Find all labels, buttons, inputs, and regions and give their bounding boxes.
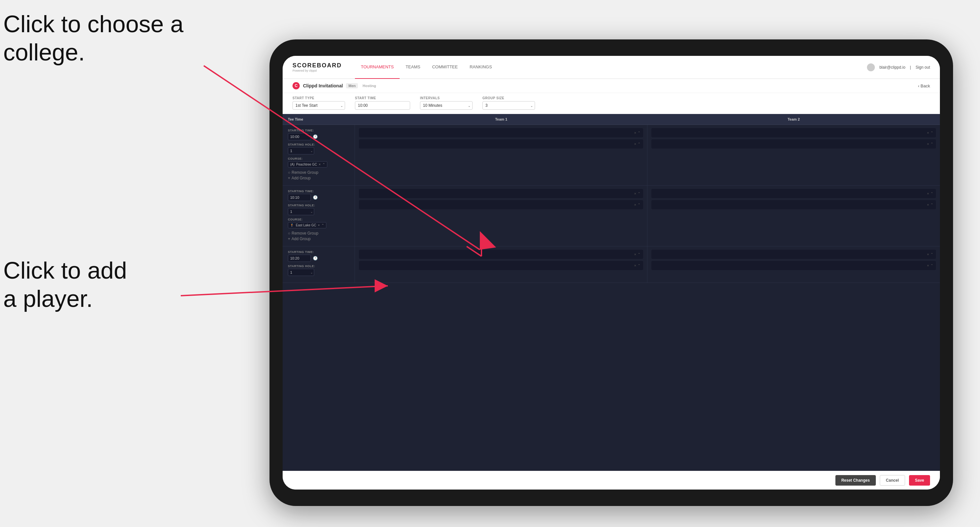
starting-time-input-2[interactable] xyxy=(288,194,311,201)
remove-group-2[interactable]: ○ Remove Group xyxy=(288,231,349,236)
slot-icons-5-2: × ⌃ xyxy=(634,264,641,268)
nav-tab-tournaments[interactable]: TOURNAMENTS xyxy=(355,56,399,79)
slot-x-7[interactable]: × xyxy=(927,192,929,196)
slot-chevron-11[interactable]: ⌃ xyxy=(931,252,933,257)
starting-hole-label-3: STARTING HOLE: xyxy=(288,265,349,268)
nav-tab-teams[interactable]: TEAMS xyxy=(399,56,426,79)
starting-hole-select-1[interactable]: 1 xyxy=(288,147,314,154)
course-tag-2[interactable]: 🏌 East Lake GC × ⌃ xyxy=(288,222,326,229)
save-button[interactable]: Save xyxy=(909,475,930,486)
annotation-bottom: Click to add a player. xyxy=(3,256,127,313)
intervals-select-wrapper[interactable]: 10 Minutes xyxy=(420,101,473,110)
course-label-2: COURSE: xyxy=(288,218,349,221)
slot-chevron-7[interactable]: ⌃ xyxy=(931,192,933,196)
logo-sub: Powered by clippd xyxy=(293,69,342,72)
player-slot-2-1[interactable]: × ⌃ xyxy=(651,128,936,137)
slot-chevron-2[interactable]: ⌃ xyxy=(638,142,641,146)
player-slot-5-1[interactable]: × ⌃ xyxy=(359,250,643,259)
slot-icons-6-2: × ⌃ xyxy=(927,264,933,268)
sign-out-link[interactable]: Sign out xyxy=(916,65,930,70)
slot-x-3[interactable]: × xyxy=(927,131,929,135)
slot-chevron-3[interactable]: ⌃ xyxy=(931,131,933,135)
tournament-gender: Men xyxy=(346,83,358,88)
slot-chevron-6[interactable]: ⌃ xyxy=(638,203,641,207)
player-slot-6-2[interactable]: × ⌃ xyxy=(651,261,936,270)
player-slot-3-1[interactable]: × ⌃ xyxy=(359,189,643,198)
player-slot-5-2[interactable]: × ⌃ xyxy=(359,261,643,270)
nav-tab-committee[interactable]: COMMITTEE xyxy=(426,56,464,79)
group-size-select-wrapper[interactable]: 3 xyxy=(482,101,535,110)
slot-chevron-5[interactable]: ⌃ xyxy=(638,192,641,196)
start-type-select-wrapper[interactable]: 1st Tee Start xyxy=(293,101,345,110)
slot-x-12[interactable]: × xyxy=(927,264,929,268)
start-type-select[interactable]: 1st Tee Start xyxy=(293,101,345,110)
main-content: Tee Time Team 1 Team 2 STARTING TIME: 🕐 … xyxy=(283,114,940,471)
slot-chevron-10[interactable]: ⌃ xyxy=(638,264,641,268)
starting-hole-select-wrapper-1[interactable]: 1 xyxy=(288,147,314,154)
course-edit-2[interactable]: ⌃ xyxy=(321,224,324,227)
add-group-1[interactable]: + Add Group xyxy=(288,176,349,180)
cancel-button[interactable]: Cancel xyxy=(880,475,905,486)
course-remove-2[interactable]: × xyxy=(318,224,320,227)
remove-group-1[interactable]: ○ Remove Group xyxy=(288,170,349,175)
slot-icons-2-1: × ⌃ xyxy=(927,131,933,135)
user-email: blair@clippd.io xyxy=(880,65,905,70)
player-slot-4-2[interactable]: × ⌃ xyxy=(651,200,936,209)
starting-hole-select-wrapper-2[interactable]: 1 xyxy=(288,208,314,215)
player-slot-1-1[interactable]: × ⌃ xyxy=(359,128,643,137)
settings-row: Start Type 1st Tee Start Start Time Inte… xyxy=(283,93,940,114)
player-slot-1-2[interactable]: × ⌃ xyxy=(359,139,643,149)
slot-x-5[interactable]: × xyxy=(634,192,636,196)
tee-left-panel-1: STARTING TIME: 🕐 STARTING HOLE: 1 COUR xyxy=(283,125,355,185)
slot-chevron-4[interactable]: ⌃ xyxy=(931,142,933,146)
player-slot-2-2[interactable]: × ⌃ xyxy=(651,139,936,149)
player-slot-4-1[interactable]: × ⌃ xyxy=(651,189,936,198)
remove-group-icon-2: ○ xyxy=(288,231,290,236)
add-group-2[interactable]: + Add Group xyxy=(288,237,349,241)
slot-x-4[interactable]: × xyxy=(927,142,929,146)
intervals-select[interactable]: 10 Minutes xyxy=(420,101,473,110)
slot-x-6[interactable]: × xyxy=(634,203,636,207)
action-links-2: ○ Remove Group + Add Group xyxy=(288,231,349,241)
starting-time-field-1: 🕐 xyxy=(288,133,349,140)
player-slot-6-1[interactable]: × ⌃ xyxy=(651,250,936,259)
course-tag-1[interactable]: (A) Peachtree GC × ⌃ xyxy=(288,161,327,168)
slot-chevron-8[interactable]: ⌃ xyxy=(931,203,933,207)
slot-chevron-12[interactable]: ⌃ xyxy=(931,264,933,268)
slot-x-11[interactable]: × xyxy=(927,252,929,257)
slot-chevron-9[interactable]: ⌃ xyxy=(638,252,641,257)
course-remove-1[interactable]: × xyxy=(319,163,321,166)
starting-time-input-3[interactable] xyxy=(288,255,311,262)
start-time-input[interactable] xyxy=(355,101,410,110)
slot-x-8[interactable]: × xyxy=(927,203,929,207)
pipe-separator: | xyxy=(910,65,911,70)
course-edit-1[interactable]: ⌃ xyxy=(322,163,325,166)
player-slot-3-2[interactable]: × ⌃ xyxy=(359,200,643,209)
starting-time-field-2: 🕐 xyxy=(288,194,349,201)
starting-hole-select-3[interactable]: 1 xyxy=(288,269,314,276)
user-avatar xyxy=(867,63,875,71)
course-type-1: (A) xyxy=(290,163,294,166)
starting-hole-field-3: 1 xyxy=(288,269,349,276)
group-size-select[interactable]: 3 xyxy=(482,101,535,110)
starting-hole-select-wrapper-3[interactable]: 1 xyxy=(288,269,314,276)
slot-icons-3-1: × ⌃ xyxy=(634,192,641,196)
slot-x-2[interactable]: × xyxy=(634,142,636,146)
course-label-1: COURSE: xyxy=(288,157,349,160)
starting-hole-select-2[interactable]: 1 xyxy=(288,208,314,215)
reset-button[interactable]: Reset Changes xyxy=(835,475,876,486)
starting-hole-label-1: STARTING HOLE: xyxy=(288,143,349,146)
starting-time-input-1[interactable] xyxy=(288,133,311,140)
slot-x-1[interactable]: × xyxy=(634,131,636,135)
annotation-top: Click to choose a college. xyxy=(3,10,183,67)
back-link[interactable]: ‹ Back xyxy=(918,83,930,88)
scoreboard-logo: SCOREBOARD Powered by clippd xyxy=(293,62,342,72)
slot-x-10[interactable]: × xyxy=(634,264,636,268)
course-name-1: Peachtree GC xyxy=(296,163,317,166)
slot-chevron-1[interactable]: ⌃ xyxy=(638,131,641,135)
nav-tab-rankings[interactable]: RANKINGS xyxy=(464,56,498,79)
slot-icons-6-1: × ⌃ xyxy=(927,252,933,257)
tablet-screen: SCOREBOARD Powered by clippd TOURNAMENTS… xyxy=(283,56,940,489)
team2-panel-1: × ⌃ × ⌃ xyxy=(648,125,940,185)
slot-x-9[interactable]: × xyxy=(634,252,636,257)
